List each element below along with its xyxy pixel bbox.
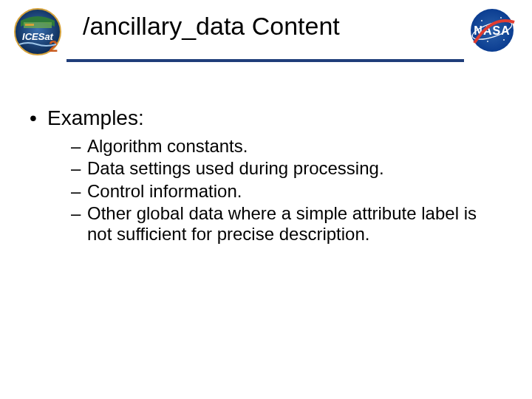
list-item: – Control information. bbox=[71, 181, 504, 202]
list-item: – Other global data where a simple attri… bbox=[71, 203, 504, 245]
slide-title: /ancillary_data Content bbox=[83, 12, 466, 41]
icesat2-logo: ICESat 2 bbox=[13, 7, 62, 56]
svg-rect-2 bbox=[25, 24, 34, 26]
dash-icon: – bbox=[71, 203, 87, 245]
list-item-text: Algorithm constants. bbox=[87, 136, 504, 157]
slide-content: • Examples: – Algorithm constants. – Dat… bbox=[0, 62, 532, 245]
svg-point-9 bbox=[500, 17, 502, 18]
bullet-examples: • Examples: bbox=[28, 106, 504, 130]
bullet-dot-icon: • bbox=[28, 106, 47, 130]
dash-icon: – bbox=[71, 158, 87, 179]
list-item: – Algorithm constants. bbox=[71, 136, 504, 157]
sub-list: – Algorithm constants. – Data settings u… bbox=[28, 136, 504, 245]
svg-point-12 bbox=[478, 32, 480, 33]
nasa-logo: NASA bbox=[466, 7, 519, 53]
svg-point-11 bbox=[503, 39, 505, 41]
bullet-examples-label: Examples: bbox=[47, 106, 144, 130]
list-item-text: Other global data where a simple attribu… bbox=[87, 203, 504, 245]
list-item-text: Data settings used during processing. bbox=[87, 158, 504, 179]
list-item: – Data settings used during processing. bbox=[71, 158, 504, 179]
svg-point-10 bbox=[487, 41, 488, 42]
svg-point-8 bbox=[481, 20, 482, 21]
list-item-text: Control information. bbox=[87, 181, 504, 202]
dash-icon: – bbox=[71, 181, 87, 202]
dash-icon: – bbox=[71, 136, 87, 157]
title-area: /ancillary_data Content bbox=[62, 7, 466, 41]
slide-header: ICESat 2 /ancillary_data Content NASA bbox=[0, 0, 532, 56]
